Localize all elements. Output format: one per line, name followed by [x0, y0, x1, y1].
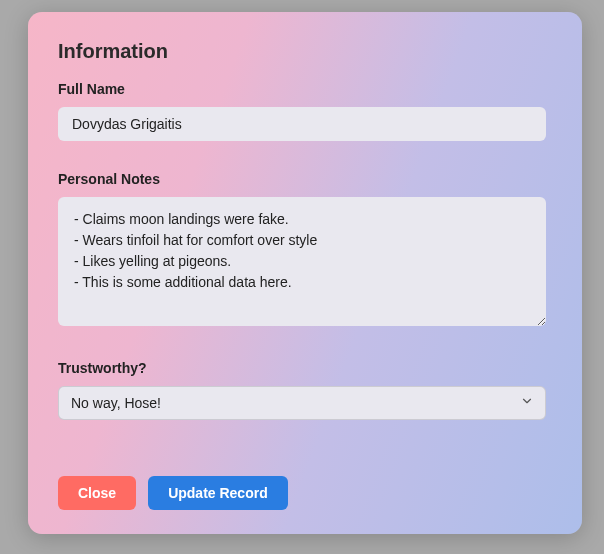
trustworthy-select[interactable]: No way, Hose! — [58, 386, 546, 420]
trustworthy-label: Trustworthy? — [58, 360, 546, 376]
modal-title: Information — [58, 40, 552, 63]
update-record-button[interactable]: Update Record — [148, 476, 288, 510]
field-notes: Personal Notes - Claims moon landings we… — [58, 171, 546, 330]
notes-label: Personal Notes — [58, 171, 546, 187]
fullname-input[interactable] — [58, 107, 546, 141]
information-modal: Information Full Name Personal Notes - C… — [28, 12, 582, 534]
modal-footer: Close Update Record — [58, 456, 552, 510]
field-fullname: Full Name — [58, 81, 546, 141]
field-trustworthy: Trustworthy? No way, Hose! — [58, 360, 546, 420]
form-scroll-area[interactable]: Full Name Personal Notes - Claims moon l… — [58, 81, 558, 456]
notes-textarea[interactable]: - Claims moon landings were fake. - Wear… — [58, 197, 546, 326]
trustworthy-select-wrap: No way, Hose! — [58, 386, 546, 420]
close-button[interactable]: Close — [58, 476, 136, 510]
fullname-label: Full Name — [58, 81, 546, 97]
